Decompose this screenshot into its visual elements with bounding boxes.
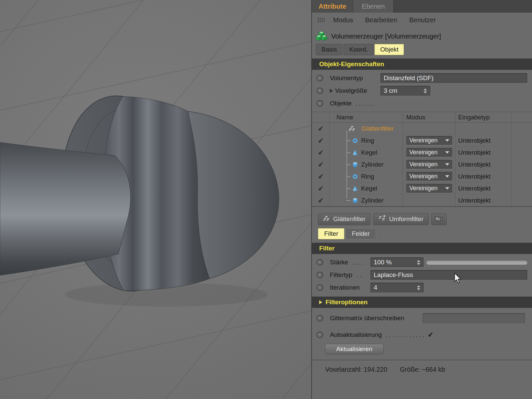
object-name[interactable]: Kegel bbox=[361, 149, 377, 156]
disclosure-voxelgroesse-icon[interactable] bbox=[330, 89, 333, 93]
anim-dot-staerke[interactable] bbox=[317, 259, 323, 266]
volumentyp-dropdown[interactable]: Distanzfeld (SDF) bbox=[380, 73, 527, 83]
filtertyp-value: Laplace-Fluss bbox=[374, 271, 413, 279]
section-object-properties[interactable]: Objekt-Eigenschaften bbox=[312, 59, 532, 70]
anim-dot-voxelgroesse[interactable] bbox=[317, 87, 323, 94]
filtertyp-label-box: Filtertyp bbox=[330, 271, 370, 279]
section-filteroptionen[interactable]: Filteroptionen bbox=[312, 297, 532, 308]
enabled-check-icon[interactable]: ✔ bbox=[317, 148, 324, 157]
header-modus[interactable]: Modus bbox=[406, 114, 425, 121]
autoaktualisierung-label: Autoaktualisierung bbox=[330, 331, 382, 338]
tab-felder[interactable]: Felder bbox=[345, 228, 376, 239]
header-name[interactable]: Name bbox=[336, 114, 353, 121]
cylinder-icon bbox=[352, 162, 358, 168]
modus-value: Vereinigen bbox=[409, 161, 438, 168]
panel-tab-bar: Attribute Ebenen bbox=[312, 0, 532, 13]
tab-koord[interactable]: Koord. bbox=[343, 44, 373, 55]
modus-dropdown[interactable]: Vereinigen bbox=[406, 160, 452, 169]
chevron-down-icon bbox=[445, 175, 449, 178]
autoaktualisierung-dots bbox=[385, 336, 424, 337]
header-eingabetyp[interactable]: Eingabetyp bbox=[458, 114, 490, 121]
object-header: Volumenerzeuger [Volumenerzeuger] bbox=[312, 29, 532, 44]
staerke-input[interactable]: 100 % bbox=[370, 257, 424, 267]
voxelgroesse-input[interactable]: 3 cm bbox=[380, 86, 430, 96]
modus-value: Vereinigen bbox=[409, 149, 438, 156]
object-name[interactable]: Zylinder bbox=[361, 197, 384, 204]
objekte-label: Objekte bbox=[330, 100, 351, 107]
tab-ebenen[interactable]: Ebenen bbox=[353, 0, 394, 13]
anim-dot-objekte[interactable] bbox=[317, 100, 323, 107]
autoaktualisierung-checkbox[interactable]: ✔ bbox=[427, 330, 434, 339]
enabled-check-icon[interactable]: ✔ bbox=[317, 172, 324, 181]
enabled-check-icon[interactable]: ✔ bbox=[317, 196, 324, 205]
section-filteroptionen-label: Filteroptionen bbox=[326, 299, 368, 306]
enabled-check-icon[interactable]: ✔ bbox=[317, 124, 324, 133]
anim-dot-autoaktualisierung[interactable] bbox=[317, 332, 323, 338]
anim-dot-volumentyp[interactable] bbox=[317, 75, 323, 81]
table-row-ring[interactable]: ✔ Ring Vereinigen Unterobjekt bbox=[312, 135, 532, 147]
folder-plus-icon bbox=[435, 215, 443, 223]
anim-dot-gittermatrix[interactable] bbox=[317, 315, 323, 322]
enabled-check-icon[interactable]: ✔ bbox=[317, 136, 324, 145]
object-name[interactable]: Ring bbox=[361, 173, 374, 180]
table-row-ring[interactable]: ✔ Ring Vereinigen Unterobjekt bbox=[312, 171, 532, 183]
object-name[interactable]: Ring bbox=[361, 137, 374, 144]
add-umformfilter-button[interactable]: Umformfilter bbox=[373, 213, 428, 225]
viewport-scene bbox=[0, 0, 311, 399]
staerke-label: Stärke bbox=[330, 259, 348, 266]
tab-objekt[interactable]: Objekt bbox=[374, 44, 404, 55]
staerke-stepper[interactable] bbox=[414, 260, 420, 265]
iterationen-label: Iterationen bbox=[330, 284, 360, 291]
table-row-glaettenfilter[interactable]: ✔ Glättenfilter bbox=[312, 123, 532, 135]
add-glaettenfilter-button[interactable]: Glättenfilter bbox=[318, 213, 370, 225]
panel-grip-icon[interactable] bbox=[317, 17, 325, 23]
anim-dot-filtertyp[interactable] bbox=[317, 272, 323, 278]
modus-dropdown[interactable]: Vereinigen bbox=[406, 184, 452, 193]
modus-dropdown[interactable]: Vereinigen bbox=[406, 148, 452, 157]
tab-attribute[interactable]: Attribute bbox=[312, 0, 353, 13]
row-volumentyp: Volumentyp Distanzfeld (SDF) bbox=[312, 72, 532, 84]
table-row-zylinder[interactable]: ✔ Zylinder Vereinigen Unterobjekt bbox=[312, 159, 532, 171]
object-list-header: Name Modus Eingabetyp bbox=[312, 112, 532, 123]
row-iterationen: Iterationen 4 bbox=[312, 281, 532, 294]
modus-dropdown[interactable]: Vereinigen bbox=[406, 136, 452, 145]
enabled-check-icon[interactable]: ✔ bbox=[317, 184, 324, 193]
table-row-zylinder[interactable]: ✔ Zylinder Unterobjekt bbox=[312, 195, 532, 206]
tab-basis[interactable]: Basis bbox=[316, 44, 342, 55]
menu-benutzer[interactable]: Benutzer bbox=[409, 16, 436, 24]
table-row-kegel[interactable]: ✔ Kegel Vereinigen Unterobjekt bbox=[312, 147, 532, 159]
disclosure-right-icon[interactable] bbox=[319, 300, 322, 304]
mouse-cursor bbox=[454, 273, 462, 284]
aktualisieren-button[interactable]: Aktualisieren bbox=[325, 344, 384, 354]
modus-dropdown[interactable]: Vereinigen bbox=[406, 172, 452, 181]
staerke-label-box: Stärke bbox=[330, 259, 370, 266]
row-gittermatrix: Gittermatrix überschreiben bbox=[312, 312, 532, 325]
enabled-check-icon[interactable]: ✔ bbox=[317, 160, 324, 169]
gittermatrix-link-field[interactable] bbox=[423, 313, 525, 323]
status-divider bbox=[312, 360, 532, 360]
staerke-slider[interactable] bbox=[426, 260, 527, 265]
object-name[interactable]: Zylinder bbox=[361, 161, 384, 168]
modus-value: Vereinigen bbox=[409, 173, 438, 180]
section-filter[interactable]: Filter bbox=[312, 243, 532, 254]
iterationen-value: 4 bbox=[374, 284, 377, 291]
anim-dot-iterationen[interactable] bbox=[317, 284, 323, 291]
object-name[interactable]: Glättenfilter bbox=[361, 125, 394, 132]
add-folder-button[interactable] bbox=[431, 213, 447, 225]
eingabetyp-value: Unterobjekt bbox=[458, 185, 490, 192]
viewport-3d[interactable] bbox=[0, 0, 311, 399]
filtertyp-dropdown[interactable]: Laplace-Fluss bbox=[370, 270, 527, 280]
iterationen-input[interactable]: 4 bbox=[370, 283, 424, 293]
table-row-kegel[interactable]: ✔ Kegel Vereinigen Unterobjekt bbox=[312, 183, 532, 195]
object-tab-strip: Basis Koord. Objekt bbox=[312, 44, 532, 55]
row-autoaktualisierung: Autoaktualisierung ✔ bbox=[312, 329, 532, 341]
menu-bearbeiten[interactable]: Bearbeiten bbox=[365, 16, 397, 24]
volumentyp-value: Distanzfeld (SDF) bbox=[384, 74, 434, 82]
iterationen-stepper[interactable] bbox=[414, 285, 420, 290]
object-name[interactable]: Kegel bbox=[361, 185, 377, 192]
voxelgroesse-stepper[interactable] bbox=[421, 88, 427, 93]
voxel-size: Größe: ~664 kb bbox=[400, 366, 445, 373]
menu-modus[interactable]: Modus bbox=[333, 16, 353, 24]
tab-bar-filler bbox=[394, 0, 532, 13]
tab-filter[interactable]: Filter bbox=[318, 228, 344, 239]
